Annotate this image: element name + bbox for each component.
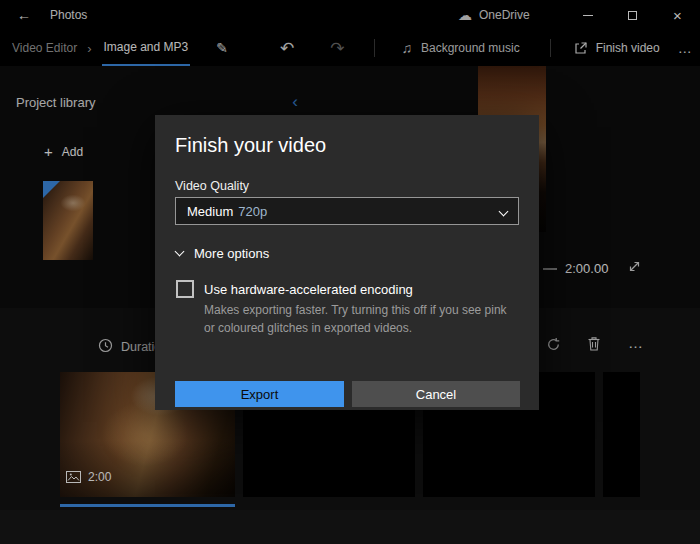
video-quality-label: Video Quality — [175, 179, 249, 193]
hardware-encoding-label: Use hardware-accelerated encoding — [204, 282, 413, 297]
quality-selected-resolution: 720p — [238, 204, 267, 219]
export-button[interactable]: Export — [175, 381, 344, 407]
photos-app-window: ← Photos ☁ OneDrive × Video Editor › Ima… — [0, 0, 700, 544]
finish-video-dialog: Finish your video Video Quality Medium 7… — [155, 115, 539, 410]
hardware-encoding-description: Makes exporting faster. Try turning this… — [204, 301, 534, 337]
dialog-title: Finish your video — [175, 134, 326, 157]
chevron-down-icon — [175, 247, 185, 257]
hardware-encoding-checkbox[interactable] — [176, 280, 194, 298]
more-options-label: More options — [194, 246, 269, 261]
more-options-toggle[interactable]: More options — [176, 246, 269, 261]
video-quality-dropdown[interactable]: Medium 720p — [175, 197, 519, 225]
chevron-down-icon — [500, 204, 507, 218]
quality-selected-value: Medium — [187, 204, 233, 219]
cancel-button[interactable]: Cancel — [352, 381, 520, 407]
